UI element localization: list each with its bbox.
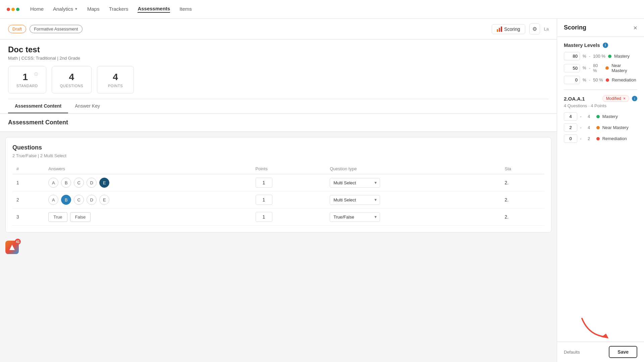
std-max-2: 4 xyxy=(584,125,594,130)
std-mastery-min-2[interactable] xyxy=(564,123,577,132)
mastery-dash-2: - xyxy=(589,66,590,71)
scoring-chart-icon xyxy=(497,26,502,32)
close-panel-button[interactable]: × xyxy=(633,24,637,31)
answer-c-2[interactable]: C xyxy=(74,195,84,205)
questions-count: 4 xyxy=(60,72,83,82)
logo-dot-1 xyxy=(7,8,10,11)
answer-b-2[interactable]: B xyxy=(61,195,71,205)
nav-analytics[interactable]: Analytics ▼ xyxy=(53,6,78,12)
save-button[interactable]: Save xyxy=(609,346,637,358)
panel-body: Mastery Levels i % - 100 % Mastery % - 8… xyxy=(557,37,644,342)
mastery-row-3: % - 50 % Remediation xyxy=(564,76,637,84)
scoring-button[interactable]: Scoring xyxy=(492,24,525,34)
mastery-min-3[interactable] xyxy=(564,76,580,84)
nav-assessments[interactable]: Assessments xyxy=(138,6,170,13)
tab-answer-key[interactable]: Answer Key xyxy=(68,99,107,113)
defaults-button[interactable]: Defaults xyxy=(564,350,580,355)
row-standard-1: 2. xyxy=(501,174,544,191)
answer-c-1[interactable]: C xyxy=(74,178,84,188)
col-num: # xyxy=(12,164,44,174)
divider-1 xyxy=(564,89,637,90)
answer-e-1[interactable]: E xyxy=(99,178,109,188)
row-answers-1: ABCDE xyxy=(44,174,251,191)
formative-badge[interactable]: Formative Assessment xyxy=(30,25,83,33)
tab-assessment-content[interactable]: Assessment Content xyxy=(8,99,68,113)
mastery-label-1: Mastery xyxy=(614,54,630,59)
std-mastery-min-1[interactable] xyxy=(564,112,577,121)
row-points-3 xyxy=(252,208,326,226)
bar-3 xyxy=(501,26,502,32)
nav-home[interactable]: Home xyxy=(30,6,44,12)
std-mastery-row-1: - 4 Mastery xyxy=(564,112,637,121)
std-dash-1: - xyxy=(580,114,582,119)
assessment-header: Doc test Math | CCSS: Traditional | 2nd … xyxy=(0,40,557,114)
notification-wrapper: 41 xyxy=(5,241,19,254)
col-points: Points xyxy=(252,164,326,174)
standard-label: STANDARD xyxy=(16,84,38,88)
row-standard-2: 2. xyxy=(501,191,544,208)
std-mastery-row-3: - 2 Remediation xyxy=(564,134,637,143)
type-select-2[interactable]: Multi SelectTrue/FalseMultiple ChoiceSho… xyxy=(330,195,380,205)
std-dot-1 xyxy=(596,115,600,118)
answer-d-1[interactable]: D xyxy=(87,178,97,188)
answer-b-1[interactable]: B xyxy=(61,178,71,188)
row-type-1: Multi SelectTrue/FalseMultiple ChoiceSho… xyxy=(326,174,500,191)
mastery-label-2: Near Mastery xyxy=(611,63,637,73)
mastery-min-1[interactable] xyxy=(564,52,580,60)
table-row: 1ABCDEMulti SelectTrue/FalseMultiple Cho… xyxy=(12,174,544,191)
points-input-3[interactable] xyxy=(256,212,272,222)
row-num-2: 2 xyxy=(12,191,44,208)
mastery-info-icon[interactable]: i xyxy=(603,43,608,48)
mastery-min-2[interactable] xyxy=(564,64,580,72)
draft-badge[interactable]: Draft xyxy=(8,25,26,33)
modified-badge[interactable]: Modified × xyxy=(602,95,629,102)
type-select-1[interactable]: Multi SelectTrue/FalseMultiple ChoiceSho… xyxy=(330,178,380,188)
nav-items: Home Analytics ▼ Maps Trackers Assessmen… xyxy=(30,6,192,13)
section-header: Assessment Content xyxy=(0,114,557,132)
settings-button[interactable]: ⚙ xyxy=(529,23,540,35)
answer-a-1[interactable]: A xyxy=(48,178,58,188)
app-logo-icon xyxy=(9,244,15,251)
mastery-dot-1 xyxy=(608,55,611,58)
row-standard-3: 2. xyxy=(501,208,544,226)
nav-maps[interactable]: Maps xyxy=(87,6,100,12)
std-mastery-min-3[interactable] xyxy=(564,134,577,143)
points-input-1[interactable] xyxy=(256,178,272,188)
table-row: 2ABCDEMulti SelectTrue/FalseMultiple Cho… xyxy=(12,191,544,208)
std-dash-2: - xyxy=(580,125,582,130)
mastery-pct-2: % xyxy=(583,66,586,70)
top-bar-right: Scoring ⚙ La xyxy=(492,23,549,35)
col-type: Question type xyxy=(326,164,500,174)
std-label-1: Mastery xyxy=(602,114,618,119)
svg-marker-0 xyxy=(9,245,15,250)
answer-e-2[interactable]: E xyxy=(99,195,109,205)
bar-1 xyxy=(497,29,498,32)
nav-trackers[interactable]: Trackers xyxy=(109,6,128,12)
stat-info-icon[interactable]: ⓘ xyxy=(34,72,38,77)
logo-dot-3 xyxy=(16,8,19,11)
mastery-max-1: 100 % xyxy=(593,54,605,59)
mastery-dash-3: - xyxy=(589,77,590,82)
assessment-meta: Math | CCSS: Traditional | 2nd Grade xyxy=(8,56,549,61)
tf-btn-false-3[interactable]: False xyxy=(70,212,91,222)
tf-btn-true-3[interactable]: True xyxy=(48,212,67,222)
mastery-pct-3: % xyxy=(583,78,586,82)
row-points-1 xyxy=(252,174,326,191)
points-label: POINTS xyxy=(105,84,125,88)
std-label-3: Remediation xyxy=(602,136,627,141)
answer-a-2[interactable]: A xyxy=(48,195,58,205)
answer-d-2[interactable]: D xyxy=(87,195,97,205)
row-type-3: Multi SelectTrue/FalseMultiple ChoiceSho… xyxy=(326,208,500,226)
std-max-3: 2 xyxy=(584,136,594,141)
nav-items-link[interactable]: Items xyxy=(179,6,192,12)
points-input-2[interactable] xyxy=(256,195,272,205)
standard-actions: Modified × i xyxy=(602,95,637,102)
bar-2 xyxy=(499,28,500,32)
row-num-3: 3 xyxy=(12,208,44,226)
table-header-row: # Answers Points Question type Sta xyxy=(12,164,544,174)
standard-info-icon[interactable]: i xyxy=(632,96,637,101)
questions-subtitle: 2 True/False | 2 Multi Select xyxy=(12,153,544,158)
type-select-3[interactable]: Multi SelectTrue/FalseMultiple ChoiceSho… xyxy=(330,212,380,222)
std-max-1: 4 xyxy=(584,114,594,119)
mastery-row-2: % - 80 % Near Mastery xyxy=(564,63,637,73)
